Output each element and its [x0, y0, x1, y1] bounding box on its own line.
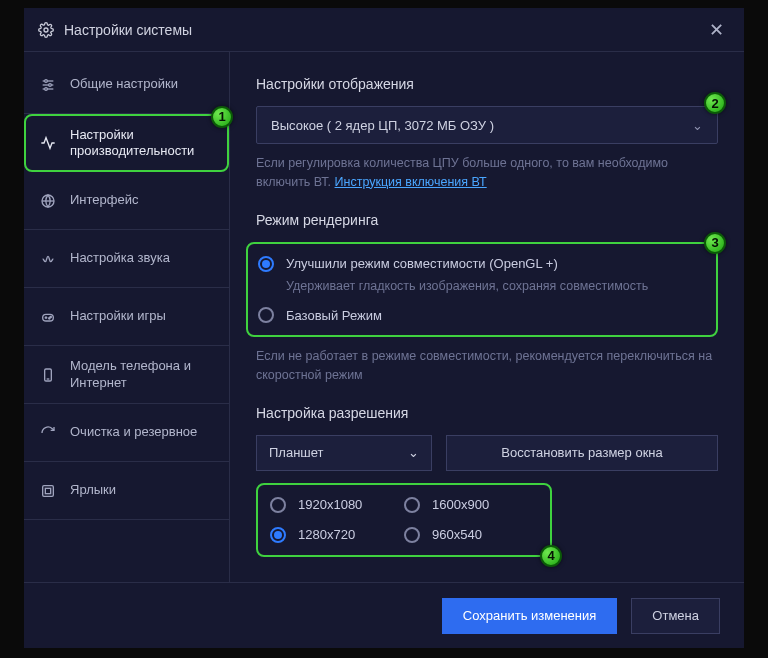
cancel-button[interactable]: Отмена — [631, 598, 720, 634]
sidebar-item-label: Настройка звука — [70, 250, 170, 266]
chevron-down-icon: ⌄ — [408, 445, 419, 460]
refresh-icon — [38, 423, 58, 443]
sidebar-item-game[interactable]: Настройки игры — [24, 288, 229, 346]
shortcut-icon — [38, 481, 58, 501]
resolution-960x540[interactable]: 960x540 — [404, 525, 538, 545]
display-section-title: Настройки отображения — [256, 76, 718, 92]
sidebar-item-label: Очистка и резервное — [70, 424, 197, 440]
radio-label: Базовый Режим — [286, 308, 382, 323]
svg-point-5 — [49, 83, 52, 86]
resolution-mode-select[interactable]: Планшет ⌄ — [256, 435, 432, 471]
resolution-1920x1080[interactable]: 1920x1080 — [270, 495, 404, 515]
sidebar-item-general[interactable]: Общие настройки — [24, 56, 229, 114]
gear-icon — [38, 22, 54, 38]
sidebar-item-label: Настройки производительности — [70, 127, 213, 160]
radio-icon — [404, 497, 420, 513]
radio-label: 1280x720 — [298, 527, 355, 542]
render-hint: Если не работает в режиме совместимости,… — [256, 347, 718, 385]
resolution-section-title: Настройка разрешения — [256, 405, 718, 421]
render-option-basic[interactable]: Базовый Режим — [258, 301, 706, 329]
select-value: Высокое ( 2 ядер ЦП, 3072 МБ ОЗУ ) — [271, 118, 494, 133]
radio-icon — [258, 307, 274, 323]
sidebar-item-shortcuts[interactable]: Ярлыки — [24, 462, 229, 520]
resolution-1600x900[interactable]: 1600x900 — [404, 495, 538, 515]
resolution-1280x720[interactable]: 1280x720 — [270, 525, 404, 545]
sidebar: Общие настройки Настройки производительн… — [24, 52, 230, 582]
radio-icon — [270, 497, 286, 513]
performance-level-select[interactable]: Высокое ( 2 ядер ЦП, 3072 МБ ОЗУ ) ⌄ — [256, 106, 718, 144]
sidebar-item-label: Модель телефона и Интернет — [70, 358, 215, 391]
sliders-icon — [38, 75, 58, 95]
svg-rect-16 — [43, 485, 54, 496]
svg-point-13 — [49, 317, 50, 318]
sidebar-item-performance[interactable]: Настройки производительности 1 — [24, 114, 229, 172]
sidebar-item-label: Интерфейс — [70, 192, 138, 208]
resolution-options-group: 1920x1080 1600x900 1280x720 960x540 — [256, 483, 552, 557]
chevron-down-icon: ⌄ — [692, 118, 703, 133]
phone-icon — [38, 365, 58, 385]
select-value: Планшет — [269, 445, 324, 460]
svg-point-0 — [44, 28, 48, 32]
radio-icon — [270, 527, 286, 543]
save-button[interactable]: Сохранить изменения — [442, 598, 618, 634]
svg-point-6 — [45, 87, 48, 90]
radio-label: 1600x900 — [432, 497, 489, 512]
vt-instruction-link[interactable]: Инструкция включения ВТ — [335, 175, 487, 189]
globe-icon — [38, 191, 58, 211]
sidebar-item-label: Общие настройки — [70, 76, 178, 92]
render-option-opengl[interactable]: Улучшили режим совместимости (OpenGL +) — [258, 250, 706, 278]
svg-rect-17 — [45, 488, 50, 493]
sidebar-item-label: Ярлыки — [70, 482, 116, 498]
titlebar: Настройки системы ✕ — [24, 8, 744, 52]
radio-label: Улучшили режим совместимости (OpenGL +) — [286, 256, 558, 271]
step-badge-3: 3 — [704, 232, 726, 254]
radio-label: 1920x1080 — [298, 497, 362, 512]
sound-icon — [38, 249, 58, 269]
sidebar-item-sound[interactable]: Настройка звука — [24, 230, 229, 288]
settings-window: Настройки системы ✕ Общие настройки Наст… — [24, 8, 744, 648]
radio-label: 960x540 — [432, 527, 482, 542]
step-badge-4: 4 — [540, 545, 562, 567]
radio-icon — [404, 527, 420, 543]
svg-point-4 — [45, 79, 48, 82]
footer: Сохранить изменения Отмена — [24, 582, 744, 648]
content-area: Настройки отображения Высокое ( 2 ядер Ц… — [230, 52, 744, 582]
sidebar-item-label: Настройки игры — [70, 308, 166, 324]
gamepad-icon — [38, 307, 58, 327]
step-badge-2: 2 — [704, 92, 726, 114]
performance-icon — [38, 133, 58, 153]
sidebar-item-phone[interactable]: Модель телефона и Интернет — [24, 346, 229, 404]
window-title: Настройки системы — [64, 22, 703, 38]
vt-hint: Если регулировка количества ЦПУ больше о… — [256, 154, 718, 192]
render-section-title: Режим рендеринга — [256, 212, 718, 228]
close-icon[interactable]: ✕ — [703, 15, 730, 45]
step-badge-1: 1 — [211, 106, 233, 128]
restore-window-button[interactable]: Восстановить размер окна — [446, 435, 718, 471]
render-mode-group: Улучшили режим совместимости (OpenGL +) … — [246, 242, 718, 338]
render-option-caption: Удерживает гладкость изображения, сохран… — [286, 278, 706, 296]
sidebar-item-interface[interactable]: Интерфейс — [24, 172, 229, 230]
sidebar-item-cleanup[interactable]: Очистка и резервное — [24, 404, 229, 462]
radio-icon — [258, 256, 274, 272]
